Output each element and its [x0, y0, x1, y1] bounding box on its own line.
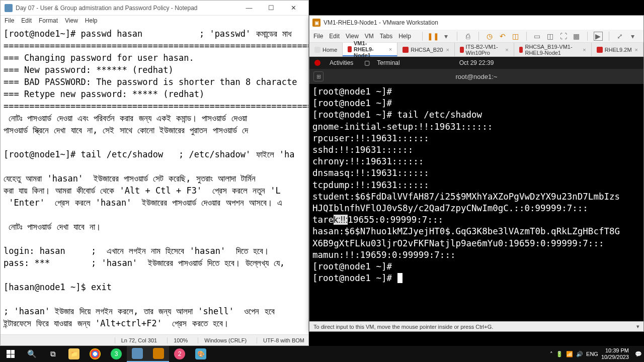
gnome-clock[interactable]: Oct 29 22:39	[459, 59, 494, 66]
tab-vm[interactable]: RHEL9.2M×	[592, 43, 643, 56]
notepad-titlebar[interactable]: Day 07 - User & Group admistration and P…	[1, 1, 308, 16]
windows-taskbar: 🔍 ⧉ 📁 3 2 🎨 ˄ 🔋 📶 🔊 ENG 10:39 PM 10/29/2…	[0, 346, 644, 362]
start-button[interactable]	[0, 346, 21, 362]
status-eol: Windows (CRLF)	[198, 337, 247, 343]
tab-home[interactable]: Home	[309, 43, 343, 56]
view-split-icon[interactable]: ◫	[546, 32, 555, 41]
close-icon[interactable]: ×	[389, 46, 392, 52]
menu-file[interactable]: File	[5, 17, 14, 24]
menu-view[interactable]: View	[65, 17, 78, 24]
pause-icon[interactable]: ❚❚	[429, 32, 438, 41]
menu-format[interactable]: Format	[39, 17, 58, 24]
terminal-title: root@node1:~	[456, 73, 498, 80]
notepad-menubar: File Edit Format View Help	[1, 16, 308, 26]
status-encoding: UTF-8 with BOM	[257, 337, 304, 343]
tab-vm[interactable]: VM1-RHEL9-Node1×	[343, 43, 397, 56]
vmware-window: ▣ VM1-RHEL9-Node1 - VMware Workstation F…	[309, 15, 644, 332]
file-explorer-button[interactable]: 📁	[63, 346, 85, 362]
vmw-menu-tabs[interactable]: Tabs	[380, 33, 392, 40]
app-button[interactable]: 2	[169, 346, 190, 362]
vmware-title: VM1-RHEL9-Node1 - VMware Workstation	[324, 19, 438, 26]
notepad-title: Day 07 - User & Group admistration and P…	[16, 5, 198, 12]
tab-vm[interactable]: RHCSA_B19-VM1-RHEL9-Node1×	[514, 43, 592, 56]
notepad-text-area[interactable]: [root@node1~]# passwd hasan ; 'passwd' ক…	[1, 26, 308, 334]
notepad-taskbar-button[interactable]	[127, 346, 148, 362]
close-icon[interactable]: ×	[446, 47, 449, 53]
terminal-content[interactable]: [root@node1 ~]# [root@node1 ~]# [root@no…	[309, 84, 643, 286]
terminal-titlebar[interactable]: ⊞ root@node1:~	[309, 69, 643, 84]
tab-vm[interactable]: RHCSA_B20×	[397, 43, 455, 56]
view-unity-icon[interactable]: ▦	[572, 32, 581, 41]
close-button[interactable]: ✕	[282, 1, 304, 15]
minimize-button[interactable]: —	[238, 1, 260, 15]
vmware-icon: ▣	[312, 19, 320, 27]
vmw-menu-help[interactable]: Help	[398, 33, 411, 40]
close-icon[interactable]: ×	[635, 47, 638, 53]
whatsapp-button[interactable]: 3	[106, 346, 127, 362]
vmw-menu-vm[interactable]: VM	[365, 33, 374, 40]
dropdown-icon[interactable]: ▾	[442, 32, 451, 41]
gnome-topbar: Activities ▢ Terminal Oct 29 22:39	[309, 57, 643, 69]
volume-icon[interactable]: 🔊	[576, 351, 583, 357]
manage-icon[interactable]: ◫	[511, 32, 520, 41]
revert-icon[interactable]: ↶	[498, 32, 507, 41]
vmw-menu-edit[interactable]: Edit	[329, 33, 340, 40]
chevron-down-icon[interactable]: ▾	[636, 323, 639, 330]
task-view-button[interactable]: ⧉	[42, 346, 63, 362]
new-tab-icon[interactable]: ⊞	[313, 71, 324, 81]
terminal-app-label[interactable]: Terminal	[377, 59, 399, 66]
language-icon[interactable]: ENG	[586, 351, 598, 357]
tray-chevron-icon[interactable]: ˄	[550, 351, 553, 357]
snapshot-icon[interactable]: ⎙	[463, 32, 472, 41]
tab-vm[interactable]: ITS-B2-VM1-Win10Pro×	[455, 43, 514, 56]
wifi-icon[interactable]: 📶	[566, 351, 573, 357]
menu-edit[interactable]: Edit	[21, 17, 32, 24]
vmw-menu-file[interactable]: File	[313, 33, 323, 40]
maximize-button[interactable]: ☐	[260, 1, 282, 15]
system-tray[interactable]: ˄ 🔋 📶 🔊 ENG 10:39 PM 10/29/2023 💬	[550, 347, 644, 360]
redhat-icon	[314, 60, 320, 66]
notification-icon[interactable]: 💬	[635, 351, 642, 357]
view-single-icon[interactable]: ▭	[533, 32, 542, 41]
view-full-icon[interactable]: ⛶	[559, 32, 568, 41]
clock-icon[interactable]: ◷	[485, 32, 494, 41]
activities-button[interactable]: Activities	[330, 59, 353, 66]
close-icon[interactable]: ×	[505, 47, 508, 53]
vmware-taskbar-button[interactable]	[148, 346, 169, 362]
battery-icon[interactable]: 🔋	[556, 351, 563, 357]
menu-help[interactable]: Help	[85, 17, 98, 24]
vmware-tabs: HomeVM1-RHEL9-Node1×RHCSA_B20×ITS-B2-VM1…	[309, 43, 643, 57]
console-icon[interactable]: ▶	[594, 32, 603, 41]
vmware-hint: To direct input to this VM, move the mou…	[313, 324, 493, 330]
vmware-statusbar: To direct input to this VM, move the mou…	[309, 321, 643, 331]
notepad-window: Day 07 - User & Group admistration and P…	[0, 0, 309, 346]
paint-button[interactable]: 🎨	[190, 346, 211, 362]
close-icon[interactable]: ×	[583, 47, 586, 53]
vmware-titlebar[interactable]: ▣ VM1-RHEL9-Node1 - VMware Workstation	[309, 16, 643, 30]
status-zoom: 100%	[167, 337, 188, 343]
notepad-icon	[5, 4, 13, 12]
chrome-button[interactable]	[85, 346, 106, 362]
guest-display[interactable]: Activities ▢ Terminal Oct 29 22:39 ⊞ roo…	[309, 57, 643, 321]
taskbar-clock[interactable]: 10:39 PM 10/29/2023	[601, 347, 632, 360]
search-button[interactable]: 🔍	[21, 346, 42, 362]
vmw-menu-view[interactable]: View	[346, 33, 359, 40]
notepad-statusbar: Ln 72, Col 301 100% Windows (CRLF) UTF-8…	[1, 334, 308, 345]
dropdown2-icon[interactable]: ▾	[628, 32, 637, 41]
status-position: Ln 72, Col 301	[115, 337, 157, 343]
stretch-icon[interactable]: ⤢	[615, 32, 624, 41]
